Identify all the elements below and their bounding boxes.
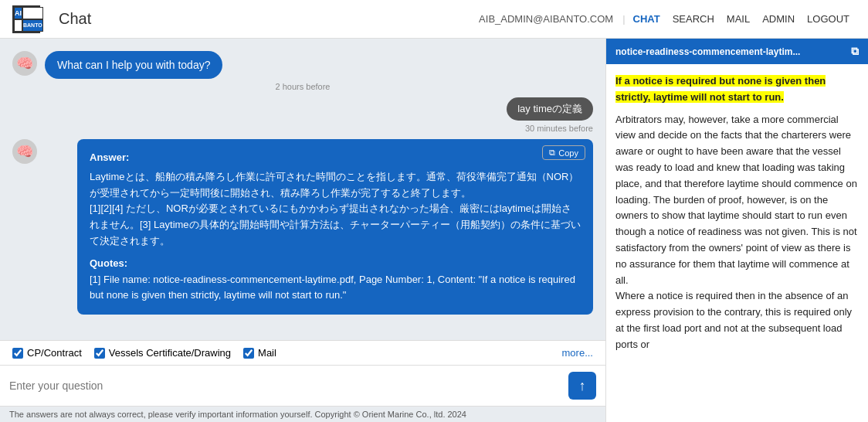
user-bubble: What can I help you with today?: [45, 51, 222, 79]
footer-text: The answers are not always correct, plea…: [9, 410, 466, 419]
bot-avatar-2: 🧠: [12, 139, 37, 164]
answer-box: ⧉ Copy Answer: Laytimeとは、船舶の積み降ろし作業に許可され…: [77, 139, 593, 315]
user-email: AIB_ADMIN@AIBANTO.COM: [471, 13, 621, 25]
filter-mail[interactable]: Mail: [243, 347, 276, 359]
answer-text: Laytimeとは、船舶の積み降ろし作業に許可された時間のことを指します。通常、…: [90, 169, 581, 250]
right-panel-content: If a notice is required but none is give…: [606, 64, 868, 422]
answer-label: Answer:: [90, 150, 581, 166]
filter-cp-label: CP/Contract: [27, 347, 82, 359]
chat-area: 🧠 What can I help you with today? 2 hour…: [0, 39, 605, 422]
user-message: 🧠 What can I help you with today? 2 hour…: [12, 51, 593, 91]
right-panel-title: notice-readiness-commencement-laytim...: [615, 46, 800, 57]
main-area: 🧠 What can I help you with today? 2 hour…: [0, 39, 868, 422]
filter-bar: CP/Contract Vessels Certificate/Drawing …: [0, 340, 605, 365]
filter-vessels-label: Vessels Certificate/Drawing: [109, 347, 231, 359]
chat-messages: 🧠 What can I help you with today? 2 hour…: [0, 39, 605, 340]
logo-cell-banto: BANTO: [22, 19, 43, 32]
filter-vessels[interactable]: Vessels Certificate/Drawing: [94, 347, 231, 359]
footer: The answers are not always correct, plea…: [0, 406, 605, 422]
nav-mail[interactable]: MAIL: [721, 13, 756, 25]
filter-cp-contract[interactable]: CP/Contract: [12, 347, 82, 359]
logo-cell-ai: AI: [14, 7, 22, 19]
nav-admin[interactable]: ADMIN: [756, 13, 801, 25]
bot-message: 🧠 ⧉ Copy Answer: Laytimeとは、船舶の積み降ろし作業に許可…: [12, 139, 593, 315]
copy-icon: ⧉: [549, 148, 555, 158]
page-title: Chat: [59, 10, 91, 28]
laytime-tag: lay timeの定義: [507, 97, 593, 121]
filter-vessels-checkbox[interactable]: [94, 348, 105, 359]
highlighted-text: If a notice is required but none is give…: [615, 75, 826, 103]
laytime-timestamp: 30 minutes before: [12, 124, 593, 133]
logo-cell-top-right: [22, 7, 43, 19]
question-input[interactable]: [9, 379, 562, 392]
send-icon: ↑: [579, 378, 586, 394]
nav-chat[interactable]: CHAT: [627, 13, 666, 25]
nav-search[interactable]: SEARCH: [666, 13, 721, 25]
header: AI BANTO Chat AIB_ADMIN@AIBANTO.COM | CH…: [0, 0, 868, 39]
logo: AI BANTO: [12, 5, 46, 33]
nav-divider: |: [621, 13, 626, 25]
highlight-paragraph: If a notice is required but none is give…: [615, 73, 859, 106]
nav-logout[interactable]: LOGOUT: [801, 13, 856, 25]
send-button[interactable]: ↑: [568, 372, 596, 400]
bot-bubble-row: 🧠 ⧉ Copy Answer: Laytimeとは、船舶の積み降ろし作業に許可…: [12, 139, 593, 315]
user-timestamp: 2 hours before: [12, 82, 593, 91]
external-link[interactable]: ⧉: [851, 45, 859, 58]
bot-avatar: 🧠: [12, 51, 37, 76]
copy-button[interactable]: ⧉ Copy: [542, 145, 585, 160]
filter-mail-label: Mail: [258, 347, 276, 359]
quotes-label: Quotes:: [90, 256, 581, 272]
right-panel-header: notice-readiness-commencement-laytim... …: [606, 39, 868, 64]
quotes-text: [1] File name: notice-readiness-commence…: [90, 272, 581, 305]
header-nav: AIB_ADMIN@AIBANTO.COM | CHAT SEARCH MAIL…: [471, 13, 856, 25]
input-bar: ↑: [0, 365, 605, 406]
laytime-query: lay timeの定義: [12, 97, 593, 121]
body-text: Arbitrators may, however, take a more co…: [615, 112, 859, 353]
more-link[interactable]: more...: [562, 347, 593, 359]
logo-grid: AI BANTO: [12, 5, 40, 33]
filter-mail-checkbox[interactable]: [243, 348, 254, 359]
filter-cp-checkbox[interactable]: [12, 348, 23, 359]
user-bubble-row: 🧠 What can I help you with today?: [12, 51, 222, 79]
right-panel: notice-readiness-commencement-laytim... …: [605, 39, 868, 422]
logo-cell-bottom-left: [14, 19, 22, 32]
